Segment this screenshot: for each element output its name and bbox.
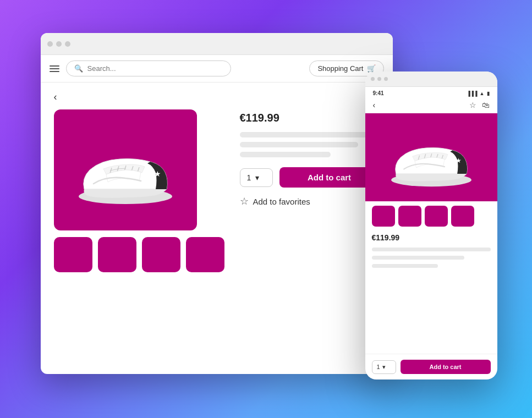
star-icon: ☆ xyxy=(240,195,249,207)
mobile-add-row: 1 ▾ Add to cart xyxy=(365,354,497,380)
mobile-desc-line-2 xyxy=(372,256,464,260)
browser-titlebar xyxy=(41,33,393,55)
mobile-quantity-value: 1 xyxy=(377,364,380,370)
browser-content: ‹ ★ xyxy=(41,82,393,281)
search-icon: 🔍 xyxy=(74,64,83,73)
signal-icon: ▐▐▐ xyxy=(467,91,477,96)
mobile-status-icons: ▐▐▐ ▲ ▮ xyxy=(467,91,489,96)
wifi-icon: ▲ xyxy=(480,91,485,96)
dot-green xyxy=(65,41,70,47)
quantity-value: 1 xyxy=(247,173,251,182)
description-line-3 xyxy=(240,152,331,157)
search-input[interactable] xyxy=(87,64,223,73)
svg-text:★: ★ xyxy=(153,169,161,178)
mobile-star-icon[interactable]: ☆ xyxy=(469,101,476,109)
product-image-main: ★ xyxy=(54,109,197,230)
battery-icon: ▮ xyxy=(487,91,490,96)
mobile-titlebar xyxy=(365,72,497,87)
sneaker-image: ★ xyxy=(70,131,180,208)
mobile-status-bar: 9:41 ▐▐▐ ▲ ▮ xyxy=(365,87,497,97)
mobile-price: €119.99 xyxy=(365,231,497,245)
mobile-window: 9:41 ▐▐▐ ▲ ▮ ‹ ☆ 🛍 ★ xyxy=(365,72,497,380)
product-right: €119.99 1 ▾ Add to cart ☆ Add to favorit… xyxy=(240,109,380,207)
mobile-thumb-2[interactable] xyxy=(398,206,421,227)
dot-yellow xyxy=(56,41,62,47)
add-to-favorites-button[interactable]: ☆ Add to favorites xyxy=(240,195,310,207)
browser-toolbar: 🔍 Shopping Cart 🛒 xyxy=(41,55,393,82)
search-bar-container: 🔍 xyxy=(66,61,231,76)
description-line-1 xyxy=(240,132,380,138)
thumbnail-4[interactable] xyxy=(186,237,224,272)
mobile-chevron-icon: ▾ xyxy=(382,364,386,371)
add-to-cart-button[interactable]: Add to cart xyxy=(279,167,380,188)
mobile-back-button[interactable]: ‹ xyxy=(373,101,376,109)
mobile-add-to-cart-button[interactable]: Add to cart xyxy=(401,360,491,374)
cart-label: Shopping Cart xyxy=(317,64,363,73)
mobile-dot-3 xyxy=(384,77,388,81)
mobile-dot-1 xyxy=(371,77,375,81)
description-line-2 xyxy=(240,142,359,147)
mobile-bag-icon[interactable]: 🛍 xyxy=(482,101,490,109)
product-section: ★ xyxy=(54,109,380,272)
scene: 🔍 Shopping Cart 🛒 ‹ xyxy=(30,16,503,402)
mobile-thumb-4[interactable] xyxy=(451,206,474,227)
hamburger-icon[interactable] xyxy=(50,65,59,72)
desktop-window: 🔍 Shopping Cart 🛒 ‹ xyxy=(41,33,393,374)
mobile-desc-line-1 xyxy=(372,248,491,251)
mobile-sneaker-image: ★ xyxy=(382,124,481,190)
mobile-quantity-select[interactable]: 1 ▾ xyxy=(372,360,396,374)
thumbnail-1[interactable] xyxy=(54,237,92,272)
mobile-desc-line-3 xyxy=(372,264,438,268)
svg-text:★: ★ xyxy=(456,157,462,164)
product-price: €119.99 xyxy=(240,112,380,124)
mobile-thumb-1[interactable] xyxy=(372,206,395,227)
product-left: ★ xyxy=(54,109,224,272)
mobile-dot-2 xyxy=(377,77,381,81)
mobile-thumbnails xyxy=(365,201,497,231)
thumbnail-2[interactable] xyxy=(98,237,136,272)
thumbnail-3[interactable] xyxy=(142,237,180,272)
back-button[interactable]: ‹ xyxy=(54,91,57,103)
mobile-thumb-3[interactable] xyxy=(425,206,448,227)
mobile-time: 9:41 xyxy=(373,90,384,96)
dot-red xyxy=(47,41,53,47)
add-controls: 1 ▾ Add to cart xyxy=(240,167,380,188)
mobile-nav: ‹ ☆ 🛍 xyxy=(365,97,497,113)
thumbnails xyxy=(54,237,224,272)
quantity-select[interactable]: 1 ▾ xyxy=(240,168,273,187)
chevron-down-icon: ▾ xyxy=(255,173,259,182)
favorites-label: Add to favorites xyxy=(253,197,310,206)
mobile-nav-icons: ☆ 🛍 xyxy=(469,101,490,109)
mobile-product-image: ★ xyxy=(365,113,497,201)
